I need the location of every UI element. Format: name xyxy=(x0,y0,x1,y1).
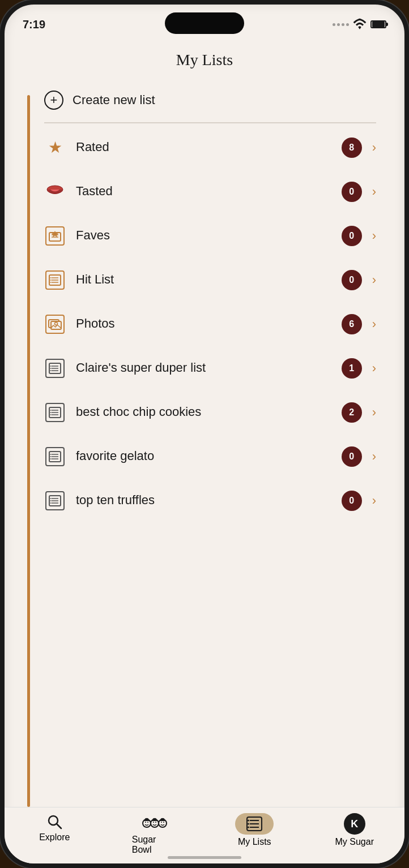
item-name-faves: Faves xyxy=(76,227,331,244)
divider xyxy=(44,122,376,123)
list-item-truffles[interactable]: top ten truffles 0 › xyxy=(44,479,376,523)
badge-tasted: 0 xyxy=(342,182,362,202)
list-item-tasted[interactable]: Tasted 0 › xyxy=(44,170,376,214)
phone-frame: 7:19 My Lists + Create new list xyxy=(0,0,409,868)
faves-icon-container xyxy=(44,225,66,247)
star-icon: ★ xyxy=(48,138,62,157)
nav-mysugar[interactable]: K My Sugar xyxy=(332,813,377,847)
home-indicator xyxy=(168,856,241,859)
svg-point-53 xyxy=(163,822,164,823)
svg-point-33 xyxy=(50,454,52,455)
chevron-photos: › xyxy=(372,317,376,332)
item-name-photos: Photos xyxy=(76,316,331,332)
chevron-truffles: › xyxy=(372,493,376,508)
custom-icon-gelato xyxy=(45,447,65,466)
svg-point-34 xyxy=(50,456,52,457)
bottom-nav: Explore xyxy=(5,807,404,863)
nav-explore[interactable]: Explore xyxy=(32,813,77,843)
nav-active-bg xyxy=(235,813,274,835)
avatar: K xyxy=(344,813,365,835)
svg-point-20 xyxy=(50,368,52,369)
mylists-icon xyxy=(246,817,262,831)
nav-mylists-label: My Lists xyxy=(238,837,271,847)
list-item-cookies[interactable]: best choc chip cookies 2 › xyxy=(44,390,376,435)
chevron-gelato: › xyxy=(372,449,376,464)
photos-icon xyxy=(45,315,65,334)
chevron-cookies: › xyxy=(372,405,376,420)
sugarbowl-icon xyxy=(142,813,167,832)
star-icon-container: ★ xyxy=(44,137,66,158)
svg-point-50 xyxy=(155,822,156,823)
svg-point-60 xyxy=(248,827,249,828)
custom-icon-claire xyxy=(45,359,65,378)
nav-mylists[interactable]: My Lists xyxy=(232,813,277,847)
badge-cookies: 2 xyxy=(342,402,362,423)
badge-rated: 8 xyxy=(342,137,362,158)
svg-point-11 xyxy=(50,282,52,283)
svg-point-9 xyxy=(50,277,52,278)
nav-sugarbowl[interactable]: Sugar Bowl xyxy=(132,813,177,855)
item-name-hitlist: Hit List xyxy=(76,272,331,288)
lips-icon xyxy=(45,184,65,200)
badge-faves: 0 xyxy=(342,226,362,246)
hitlist-icon xyxy=(45,270,65,290)
chevron-rated: › xyxy=(372,140,376,155)
photos-icon-container xyxy=(44,313,66,335)
search-icon xyxy=(46,813,63,830)
signal-icon xyxy=(333,23,349,26)
svg-point-41 xyxy=(50,500,52,501)
svg-point-40 xyxy=(50,498,52,499)
svg-point-21 xyxy=(50,370,52,371)
nav-mysugar-label: My Sugar xyxy=(335,837,374,847)
svg-point-28 xyxy=(50,414,52,415)
custom-icon-claire-container xyxy=(44,358,66,379)
list-item-gelato[interactable]: favorite gelato 0 › xyxy=(44,435,376,479)
badge-gelato: 0 xyxy=(342,446,362,467)
chevron-faves: › xyxy=(372,229,376,243)
faves-icon xyxy=(45,226,65,246)
custom-icon-cookies-container xyxy=(44,402,66,423)
svg-point-27 xyxy=(50,412,52,413)
badge-claire: 1 xyxy=(342,358,362,379)
badge-photos: 6 xyxy=(342,314,362,334)
svg-point-58 xyxy=(248,820,249,822)
custom-icon-cookies xyxy=(45,403,65,422)
svg-point-49 xyxy=(153,822,154,823)
plus-icon: + xyxy=(50,94,58,106)
chevron-hitlist: › xyxy=(372,273,376,287)
list-item-photos[interactable]: Photos 6 › xyxy=(44,302,376,346)
lips-icon-container xyxy=(44,181,66,203)
item-name-rated: Rated xyxy=(76,139,331,156)
battery-icon xyxy=(370,20,386,28)
item-name-gelato: favorite gelato xyxy=(76,448,331,465)
create-new-list-button[interactable]: + Create new list xyxy=(44,80,376,120)
item-name-tasted: Tasted xyxy=(76,183,331,200)
nav-explore-label: Explore xyxy=(39,832,70,843)
create-icon: + xyxy=(44,91,63,110)
chevron-claire: › xyxy=(372,361,376,376)
svg-point-46 xyxy=(145,822,146,823)
list-item-claire[interactable]: Claire's super duper list 1 › xyxy=(44,346,376,390)
svg-point-26 xyxy=(50,410,52,411)
item-name-truffles: top ten truffles xyxy=(76,492,331,509)
chevron-tasted: › xyxy=(372,184,376,199)
custom-icon-gelato-container xyxy=(44,446,66,467)
item-name-claire: Claire's super duper list xyxy=(76,360,331,376)
list-item-faves[interactable]: Faves 0 › xyxy=(44,214,376,258)
wifi-icon xyxy=(352,17,367,32)
svg-point-47 xyxy=(147,822,148,823)
dynamic-island xyxy=(165,12,244,34)
svg-point-52 xyxy=(161,822,162,823)
svg-point-19 xyxy=(50,366,52,367)
custom-icon-truffles-container xyxy=(44,490,66,512)
list-item-rated[interactable]: ★ Rated 8 › xyxy=(44,126,376,170)
list-item-hitlist[interactable]: Hit List 0 › xyxy=(44,258,376,302)
status-time: 7:19 xyxy=(23,18,45,31)
svg-point-35 xyxy=(50,458,52,459)
status-icons xyxy=(333,17,386,32)
hitlist-icon-container xyxy=(44,269,66,291)
svg-line-44 xyxy=(57,824,61,828)
left-accent-bar xyxy=(27,95,30,807)
badge-hitlist: 0 xyxy=(342,270,362,290)
page-title: My Lists xyxy=(5,35,404,80)
